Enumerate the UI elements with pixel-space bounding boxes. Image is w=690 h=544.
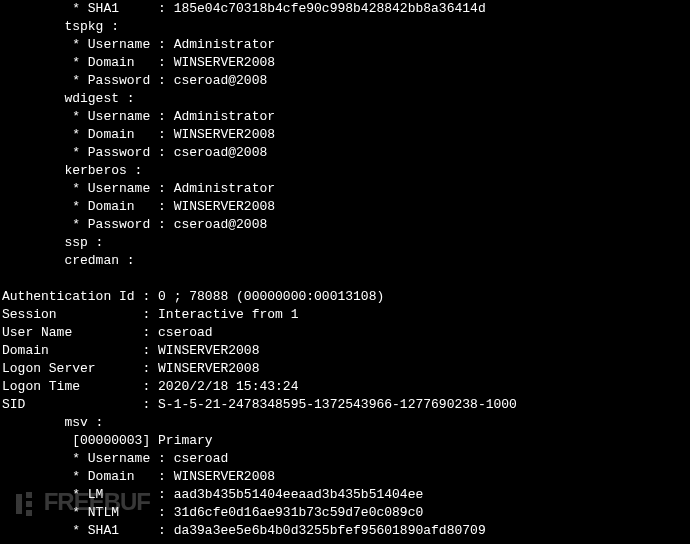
- line-logontime: Logon Time : 2020/2/18 15:43:24: [2, 379, 298, 394]
- line-domain: Domain : WINSERVER2008: [2, 343, 259, 358]
- line-w-domain: * Domain : WINSERVER2008: [2, 127, 275, 142]
- line-primary: [00000003] Primary: [2, 433, 213, 448]
- line-k-user: * Username : Administrator: [2, 181, 275, 196]
- terminal-output: * SHA1 : 185e04c70318b4cfe90c998b428842b…: [0, 0, 690, 540]
- line-username: User Name : cseroad: [2, 325, 213, 340]
- line-logonserver: Logon Server : WINSERVER2008: [2, 361, 259, 376]
- line-k-pass: * Password : cseroad@2008: [2, 217, 267, 232]
- line-t-pass: * Password : cseroad@2008: [2, 73, 267, 88]
- line-t-user: * Username : Administrator: [2, 37, 275, 52]
- line-kerberos: kerberos :: [2, 163, 142, 178]
- line-authid: Authentication Id : 0 ; 78088 (00000000:…: [2, 289, 384, 304]
- line-ssp: ssp :: [2, 235, 103, 250]
- line-m-sha1: * SHA1 : da39a3ee5e6b4b0d3255bfef9560189…: [2, 523, 486, 538]
- line-t-domain: * Domain : WINSERVER2008: [2, 55, 275, 70]
- line-w-pass: * Password : cseroad@2008: [2, 145, 267, 160]
- line-m-user: * Username : cseroad: [2, 451, 228, 466]
- line-m-lm: * LM : aad3b435b51404eeaad3b435b51404ee: [2, 487, 423, 502]
- line-m-ntlm: * NTLM : 31d6cfe0d16ae931b73c59d7e0c089c…: [2, 505, 423, 520]
- line-wdigest: wdigest :: [2, 91, 135, 106]
- line-m-domain: * Domain : WINSERVER2008: [2, 469, 275, 484]
- line-w-user: * Username : Administrator: [2, 109, 275, 124]
- line-sid: SID : S-1-5-21-2478348595-1372543966-127…: [2, 397, 517, 412]
- line-sha1: * SHA1 : 185e04c70318b4cfe90c998b428842b…: [2, 1, 486, 16]
- line-credman: credman :: [2, 253, 135, 268]
- line-tspkg: tspkg :: [2, 19, 119, 34]
- line-session: Session : Interactive from 1: [2, 307, 298, 322]
- line-k-domain: * Domain : WINSERVER2008: [2, 199, 275, 214]
- line-msv: msv :: [2, 415, 103, 430]
